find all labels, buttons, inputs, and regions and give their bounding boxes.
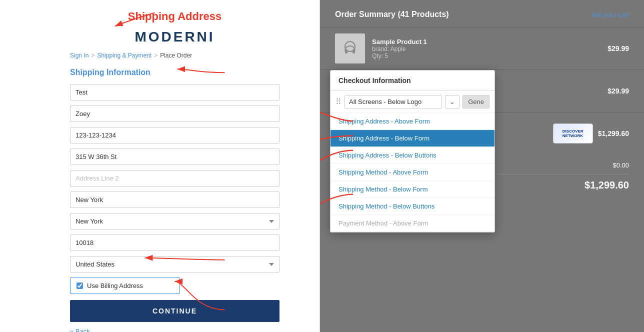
product-image-1 [341,40,359,58]
product-row: Sample Product 1 brand: Apple Qty: 5 $29… [320,27,644,70]
phone-group [70,127,280,144]
address2-group [70,170,280,186]
back-link[interactable]: « Back [70,328,90,332]
product-qty-1: Qty: 5 [372,52,600,60]
modal-dropdown-button[interactable]: ⌄ [445,95,460,108]
breadcrumb-signin[interactable]: Sign In [70,52,88,59]
product-price-2: $29.99 [608,87,629,95]
billing-checkbox-group: Use Billing Address [70,278,280,294]
edit-cart-link[interactable]: edit your cart [592,11,629,18]
left-panel: Shipping Address MODERNI Sign In > Shipp… [0,0,320,332]
zip-input[interactable] [70,234,280,251]
city-group [70,192,280,208]
dropdown-item-0[interactable]: Shipping Address - Above Form [330,113,494,130]
dropdown-item-3[interactable]: Shipping Method - Above Form [330,164,494,181]
modal-gen-button[interactable]: Gene [462,95,490,108]
logo-area: MODERNI [70,29,280,45]
zip-group [70,234,280,251]
state-group: New York [70,213,280,230]
product-price-3: $1,299.60 [598,130,629,138]
country-group: United States [70,256,280,272]
breadcrumb-place-order: Place Order [160,52,192,59]
breadcrumb-sep1: > [91,52,94,59]
order-summary-header: Order Summary (41 Products) edit your ca… [320,0,644,27]
dropdown-list: Shipping Address - Above Form Shipping A… [330,113,494,232]
right-panel: Order Summary (41 Products) edit your ca… [320,0,644,332]
grand-total-value: $1,299.60 [584,180,629,191]
product-price-1: $29.99 [608,44,629,52]
billing-checkbox-label[interactable]: Use Billing Address [87,282,143,290]
section-title: Shipping Information [70,68,280,77]
breadcrumb-shipping[interactable]: Shipping & Payment [97,52,152,59]
last-name-input[interactable] [70,106,280,122]
modal-search-input[interactable] [344,95,442,108]
dropdown-item-6[interactable]: Payment Method - Above Form [330,215,494,232]
billing-checkbox[interactable] [76,282,83,289]
product-name-1: Sample Product 1 [372,38,600,46]
order-summary-title: Order Summary (41 Products) [335,10,449,19]
last-name-group [70,106,280,122]
first-name-input[interactable] [70,84,280,100]
product-brand-1: brand: Apple [372,46,600,52]
modal-title: Checkout Information [330,70,494,91]
dropdown-item-4[interactable]: Shipping Method - Below Form [330,181,494,198]
discover-badge: DISCOVERNETWORK [553,124,593,144]
drag-icon: ⠿ [336,97,342,106]
city-input[interactable] [70,192,280,208]
dropdown-item-2[interactable]: Shipping Address - Below Buttons [330,147,494,164]
state-select[interactable]: New York [70,213,280,230]
breadcrumb: Sign In > Shipping & Payment > Place Ord… [70,52,280,59]
product-info-1: Sample Product 1 brand: Apple Qty: 5 [365,38,608,60]
address1-group [70,148,280,165]
dropdown-item-1[interactable]: Shipping Address - Below Form [330,130,494,147]
address2-input[interactable] [70,170,280,186]
modal-search-row: ⠿ ⌄ Gene [330,91,494,113]
annotation-title: Shipping Address [70,10,280,23]
tax-value: $0.00 [612,162,629,169]
first-name-group [70,84,280,100]
product-thumb-1 [335,34,365,64]
country-select[interactable]: United States [70,256,280,272]
address1-input[interactable] [70,148,280,165]
checkout-info-modal: Checkout Information ⠿ ⌄ Gene Shipping A… [330,70,495,232]
use-billing-address-row[interactable]: Use Billing Address [70,278,180,294]
breadcrumb-sep2: > [154,52,158,59]
dropdown-item-5[interactable]: Shipping Method - Below Buttons [330,198,494,215]
logo: MODERNI [134,29,214,44]
phone-input[interactable] [70,127,280,144]
continue-button[interactable]: CONTINUE [70,300,280,322]
